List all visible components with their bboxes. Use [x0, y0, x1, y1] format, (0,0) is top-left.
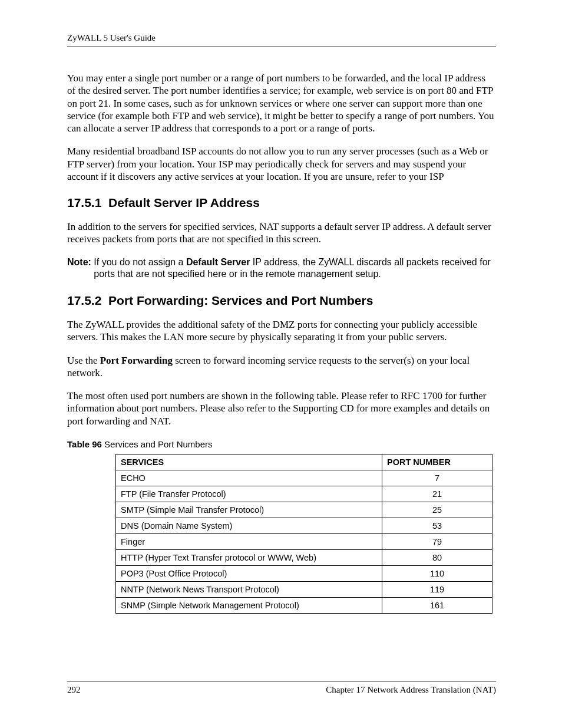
table-row: FTP (File Transfer Protocol)21 [116, 486, 492, 502]
table-cell-service: FTP (File Transfer Protocol) [116, 486, 382, 502]
note-block: Note: If you do not assign a Default Ser… [67, 256, 496, 281]
table-cell-port: 119 [382, 581, 492, 597]
section-title: Default Server IP Address [108, 196, 260, 209]
section2-paragraph-2: Use the Port Forwarding screen to forwar… [67, 354, 496, 380]
section2-paragraph-3: The most often used port numbers are sho… [67, 390, 496, 427]
page-container: ZyWALL 5 User's Guide You may enter a si… [0, 0, 562, 728]
table-header-port: PORT NUMBER [382, 454, 492, 470]
chapter-label: Chapter 17 Network Address Translation (… [326, 685, 496, 695]
intro-paragraph-1: You may enter a single port number or a … [67, 72, 496, 134]
table-caption-title: Services and Port Numbers [102, 439, 213, 449]
table-row: HTTP (Hyper Text Transfer protocol or WW… [116, 549, 492, 565]
note-label: Note: [67, 257, 94, 267]
table-cell-service: HTTP (Hyper Text Transfer protocol or WW… [116, 549, 382, 565]
section-number: 17.5.2 [67, 294, 101, 307]
table-cell-service: SMTP (Simple Mail Transfer Protocol) [116, 502, 382, 518]
table-cell-service: POP3 (Post Office Protocol) [116, 565, 382, 581]
section1-paragraph: In addition to the servers for specified… [67, 220, 496, 246]
table-row: POP3 (Post Office Protocol)110 [116, 565, 492, 581]
note-body: If you do not assign a Default Server IP… [94, 256, 496, 281]
section-title: Port Forwarding: Services and Port Numbe… [108, 294, 373, 307]
table-row: DNS (Domain Name System)53 [116, 518, 492, 533]
table-header-row: SERVICES PORT NUMBER [116, 454, 492, 470]
intro-paragraph-2: Many residential broadband ISP accounts … [67, 145, 496, 183]
table-row: Finger79 [116, 533, 492, 549]
table-cell-port: 79 [382, 533, 492, 549]
table-row: SMTP (Simple Mail Transfer Protocol)25 [116, 502, 492, 518]
table-header-services: SERVICES [116, 454, 382, 470]
table-row: ECHO7 [116, 470, 492, 486]
table-cell-service: ECHO [116, 470, 382, 486]
section-heading-2: 17.5.2 Port Forwarding: Services and Por… [67, 294, 496, 308]
section-heading-1: 17.5.1 Default Server IP Address [67, 196, 496, 210]
note-pre: If you do not assign a [94, 257, 186, 267]
table-cell-service: NNTP (Network News Transport Protocol) [116, 581, 382, 597]
note-bold: Default Server [186, 257, 250, 267]
table-cell-port: 80 [382, 549, 492, 565]
table-row: SNMP (Simple Network Management Protocol… [116, 597, 492, 613]
page-footer: 292 Chapter 17 Network Address Translati… [67, 681, 496, 695]
table-row: NNTP (Network News Transport Protocol)11… [116, 581, 492, 597]
table-cell-port: 7 [382, 470, 492, 486]
table-cell-port: 161 [382, 597, 492, 613]
section2-paragraph-1: The ZyWALL provides the additional safet… [67, 318, 496, 344]
table-cell-port: 25 [382, 502, 492, 518]
table-cell-port: 110 [382, 565, 492, 581]
table-cell-service: DNS (Domain Name System) [116, 518, 382, 533]
para2-bold: Port Forwarding [100, 355, 173, 366]
table-cell-port: 21 [382, 486, 492, 502]
table-cell-service: SNMP (Simple Network Management Protocol… [116, 597, 382, 613]
section-number: 17.5.1 [67, 196, 101, 209]
table-caption: Table 96 Services and Port Numbers [67, 439, 496, 449]
para2-pre: Use the [67, 355, 100, 366]
running-head: ZyWALL 5 User's Guide [67, 33, 496, 47]
services-port-table: SERVICES PORT NUMBER ECHO7FTP (File Tran… [115, 454, 492, 614]
page-number: 292 [67, 685, 81, 695]
table-caption-label: Table 96 [67, 439, 102, 449]
table-cell-service: Finger [116, 533, 382, 549]
table-cell-port: 53 [382, 518, 492, 533]
